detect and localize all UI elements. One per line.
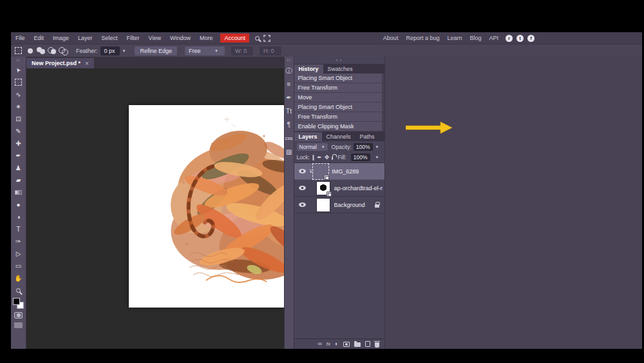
feather-input[interactable]: 0 px [100,46,120,55]
lock-transparency-icon[interactable] [312,155,314,161]
twitter-icon[interactable]: t [516,35,524,42]
shape-tool[interactable]: ▭ [12,260,24,272]
canvas-area[interactable] [26,68,284,349]
paragraph-panel-icon[interactable]: ¶ [287,118,290,132]
selection-mode-subtract-icon[interactable] [48,47,57,55]
panels-collapse-icon[interactable]: › ‹ [294,57,384,64]
link-learn[interactable]: Learn [444,35,465,41]
strip-collapse-icon[interactable]: ‹› [287,57,291,64]
hand-tool[interactable]: ✋ [12,272,24,284]
menu-view[interactable]: View [144,35,166,41]
layer-thumbnail[interactable] [316,181,330,195]
layer-thumbnail[interactable] [316,198,330,212]
layer-thumbnail[interactable] [314,164,328,179]
menu-more[interactable]: More [195,35,218,41]
menu-file[interactable]: File [11,35,30,41]
type-tool[interactable]: T [12,223,24,235]
opacity-input[interactable]: 100% [354,143,373,151]
link-report-a-bug[interactable]: Report a bug [402,35,442,41]
marquee-tool[interactable] [12,76,24,88]
history-item[interactable]: Move [294,93,384,103]
fill-input[interactable]: 100% [351,153,370,161]
link-layers-icon[interactable]: ∞ [317,341,321,347]
opacity-dropdown-icon[interactable]: ▼ [375,145,379,149]
document-tab[interactable]: New Project.psd * × [26,58,94,68]
menu-image[interactable]: Image [48,35,73,41]
tab-layers[interactable]: Layers [294,132,322,141]
history-scrollbar[interactable] [382,74,384,132]
blur-tool[interactable]: ● [12,199,24,211]
gradient-tool[interactable] [12,186,24,199]
lock-pixels-icon[interactable]: ✒ [317,154,322,161]
history-item[interactable]: Free Transform [294,112,384,122]
css-panel-icon[interactable]: CSS [285,132,292,145]
history-item[interactable]: Placing Smart Object [294,103,384,112]
lock-all-icon[interactable] [332,157,332,160]
screen-mode-button[interactable] [14,322,23,328]
selection-mode-add-icon[interactable] [37,47,46,55]
tab-swatches[interactable]: Swatches [323,64,357,74]
layer-row-background[interactable]: Background [294,197,384,213]
crop-tool[interactable]: ⊡ [12,113,24,125]
facebook-icon[interactable]: f [527,35,535,42]
magic-wand-tool[interactable]: ✶ [12,101,24,113]
fullscreen-icon[interactable] [263,35,270,42]
color-swatches[interactable] [13,298,24,309]
image-panel-icon[interactable]: ▨ [286,145,292,159]
eraser-tool[interactable]: ▰ [12,174,24,186]
visibility-eye-icon[interactable] [299,169,306,173]
dodge-tool[interactable]: ◑ [12,211,24,223]
new-group-icon[interactable] [354,342,361,347]
new-layer-icon[interactable] [365,341,370,347]
selection-mode-new-icon[interactable] [26,47,35,55]
menu-select[interactable]: Select [97,35,122,41]
menu-window[interactable]: Window [166,35,195,41]
visibility-eye-icon[interactable] [299,186,306,190]
width-field[interactable]: W: 0 [231,46,253,55]
menu-edit[interactable]: Edit [30,35,49,41]
link-about[interactable]: About [380,35,402,41]
pen-tool[interactable]: ✑ [12,235,24,248]
history-item[interactable]: Placing Smart Object [294,74,384,83]
layer-row-mask[interactable]: ap-orchardtrad-el-mask [294,180,384,197]
refine-edge-button[interactable]: Refine Edge [135,46,177,55]
tab-channels[interactable]: Channels [322,132,355,141]
lasso-tool[interactable]: ∿ [12,88,24,101]
brush-panel-icon[interactable]: ✒ [286,91,291,104]
brush-tool[interactable]: ✒ [12,150,24,162]
delete-layer-icon[interactable] [375,342,379,348]
blend-mode-select[interactable]: Normal ▼ [297,143,328,151]
add-mask-icon[interactable] [343,342,350,347]
reddit-icon[interactable]: r [506,35,513,42]
history-item[interactable]: Free Transform [294,83,384,93]
healing-tool[interactable]: ✚ [12,137,24,150]
history-item-current[interactable]: Enable Clipping Mask [294,122,384,132]
link-blog[interactable]: Blog [466,35,484,41]
foreground-color-swatch[interactable] [13,298,20,305]
menu-filter[interactable]: Filter [122,35,144,41]
tab-history[interactable]: History [294,64,323,74]
zoom-tool[interactable] [12,284,24,297]
eyedropper-tool[interactable]: ✎ [12,125,24,137]
link-api[interactable]: API [486,35,502,41]
transform-mode-select[interactable]: Free ▼ [185,46,225,55]
direct-select-tool[interactable]: ▷ [12,248,24,260]
adjustment-layer-icon[interactable]: ◐ [335,341,338,347]
lock-position-icon[interactable]: ✥ [325,154,330,161]
close-icon[interactable]: × [85,60,89,67]
info-panel-icon[interactable]: ⓘ [286,64,292,77]
layer-effects-icon[interactable]: fx [327,342,330,347]
layer-row-img-6289[interactable]: ↴ IMG_6289 [294,163,384,180]
adjustments-panel-icon[interactable]: ≡ [287,77,291,91]
search-icon[interactable] [255,36,260,41]
visibility-eye-icon[interactable] [299,202,306,207]
account-button[interactable]: Account [220,34,249,43]
quick-mask-button[interactable] [14,312,23,319]
canvas-artwork[interactable] [129,105,284,308]
fill-dropdown-icon[interactable]: ▼ [375,155,379,159]
character-panel-icon[interactable]: Tt [286,104,292,118]
tab-paths[interactable]: Paths [355,132,379,141]
height-field[interactable]: H: 0 [260,46,281,55]
selection-mode-intersect-icon[interactable] [59,47,68,55]
clone-stamp-tool[interactable]: ♟ [12,162,24,174]
